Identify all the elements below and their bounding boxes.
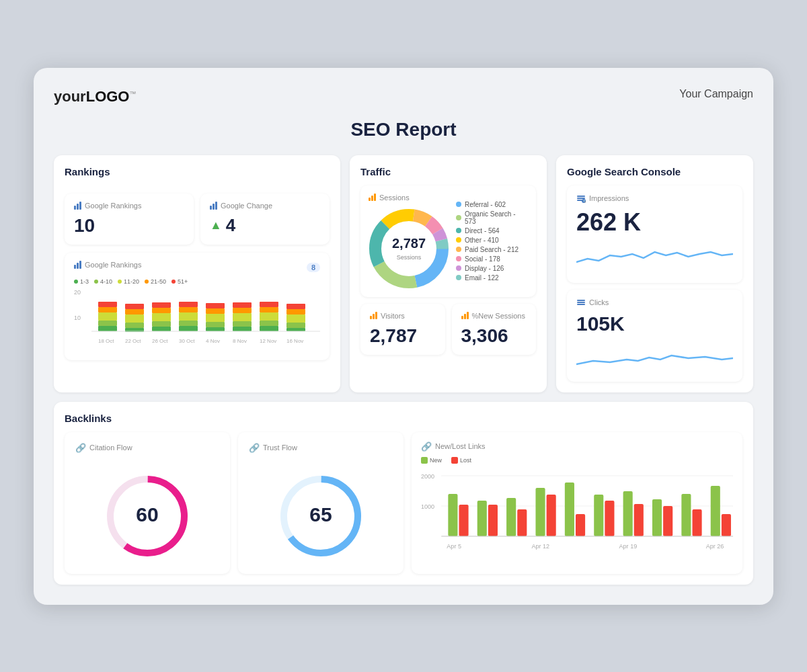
svg-rect-32 xyxy=(260,312,278,321)
bars-icon xyxy=(74,202,81,210)
svg-rect-64 xyxy=(577,302,585,303)
svg-text:4 Nov: 4 Nov xyxy=(206,338,220,344)
svg-rect-10 xyxy=(152,327,171,331)
visitors-label: Visitors xyxy=(370,312,436,320)
svg-rect-78 xyxy=(459,505,468,536)
svg-rect-94 xyxy=(692,509,701,536)
svg-rect-88 xyxy=(605,501,614,536)
clicks-value: 105K xyxy=(576,312,733,335)
svg-rect-19 xyxy=(179,302,198,307)
bars-icon-3 xyxy=(74,261,81,269)
svg-text:1000: 1000 xyxy=(421,503,434,510)
svg-rect-77 xyxy=(448,494,457,536)
svg-rect-79 xyxy=(477,501,487,536)
new-lost-card: 🔗 New/Lost Links New Lost xyxy=(412,432,742,574)
legend-new: New xyxy=(421,457,442,464)
impressions-card: 🔍 Impressions 262 K xyxy=(567,185,742,283)
sessions-label: Sessions xyxy=(369,194,449,202)
svg-rect-13 xyxy=(152,308,171,313)
trust-flow-label: 🔗 Trust Flow xyxy=(249,443,297,453)
arrow-up-icon: ▲ xyxy=(210,218,222,233)
legend-referral: Referral - 602 xyxy=(456,201,528,208)
svg-rect-36 xyxy=(286,323,305,328)
trust-flow-circle: 65 xyxy=(249,469,393,563)
logo-tm: ™ xyxy=(129,89,136,97)
traffic-title: Traffic xyxy=(360,166,536,177)
svg-rect-3 xyxy=(98,307,117,312)
svg-rect-34 xyxy=(260,302,278,307)
legend-paid: Paid Search - 212 xyxy=(456,246,528,253)
google-change-label: Google Change xyxy=(210,202,320,210)
clicks-sparkline xyxy=(576,341,733,371)
sessions-card: Sessions xyxy=(360,185,536,297)
google-rankings-card: Google Rankings 10 xyxy=(65,194,194,245)
trust-flow-svg: 65 xyxy=(274,469,368,563)
sessions-icon xyxy=(369,194,376,201)
svg-rect-27 xyxy=(233,313,252,321)
svg-rect-7 xyxy=(125,314,144,323)
traffic-bottom: Visitors 2,787 %New Sessions xyxy=(360,304,536,355)
link-icon-citation: 🔗 xyxy=(75,443,86,453)
campaign-label: Your Campaign xyxy=(679,88,753,100)
google-rankings-value: 10 xyxy=(74,215,184,237)
new-sessions-card: %New Sessions 3,306 xyxy=(452,304,537,355)
svg-text:Apr 26: Apr 26 xyxy=(706,543,724,550)
visitors-value: 2,787 xyxy=(370,325,436,347)
logo-bold: LOGO xyxy=(86,88,130,105)
svg-rect-21 xyxy=(206,322,225,327)
svg-text:16 Nov: 16 Nov xyxy=(286,338,303,344)
impressions-icon: 🔍 xyxy=(576,194,586,203)
svg-rect-18 xyxy=(179,307,198,312)
svg-rect-85 xyxy=(565,482,574,536)
svg-rect-29 xyxy=(233,302,252,308)
svg-rect-80 xyxy=(488,505,498,536)
svg-rect-22 xyxy=(206,314,225,322)
legend-4-10: 4-10 xyxy=(94,278,112,285)
legend-display: Display - 126 xyxy=(456,265,528,272)
svg-rect-63 xyxy=(577,300,585,301)
rankings-bar-chart: Google Rankings 8 1-3 4-10 11-20 21-50 5… xyxy=(65,253,330,360)
svg-rect-91 xyxy=(652,499,662,536)
google-change-value: ▲ 4 xyxy=(210,215,320,236)
svg-text:12 Nov: 12 Nov xyxy=(260,338,276,344)
rankings-legend: 1-3 4-10 11-20 21-50 51+ xyxy=(74,278,320,285)
legend-51plus: 51+ xyxy=(171,278,188,285)
svg-rect-26 xyxy=(233,321,252,327)
rankings-section: Rankings Google Rankings 10 xyxy=(54,155,340,392)
svg-rect-4 xyxy=(98,302,117,307)
svg-rect-37 xyxy=(286,314,305,323)
svg-rect-9 xyxy=(125,304,144,309)
svg-rect-25 xyxy=(233,327,252,331)
svg-rect-12 xyxy=(152,313,171,321)
svg-text:60: 60 xyxy=(136,503,158,526)
backlinks-title: Backlinks xyxy=(65,413,742,424)
backlinks-grid: 🔗 Citation Flow 60 🔗 Trust Flow xyxy=(65,432,742,574)
svg-rect-20 xyxy=(206,327,225,331)
gsc-inner: 🔍 Impressions 262 K xyxy=(567,185,742,382)
impressions-label: 🔍 Impressions xyxy=(576,194,733,203)
svg-text:8 Nov: 8 Nov xyxy=(233,338,247,344)
svg-rect-30 xyxy=(260,326,278,331)
rankings-bar-svg: 18 Oct 22 Oct 26 Oct 30 Oct 4 Nov 8 Nov … xyxy=(91,289,320,349)
logo: yourLOGO™ xyxy=(54,88,136,106)
svg-text:Apr 12: Apr 12 xyxy=(531,543,549,550)
legend-other: Other - 410 xyxy=(456,237,528,244)
visitors-icon xyxy=(370,312,377,319)
traffic-section: Traffic Sessions xyxy=(350,155,547,392)
svg-text:🔍: 🔍 xyxy=(583,200,586,203)
page-title: SEO Report xyxy=(54,119,753,140)
svg-rect-39 xyxy=(286,304,305,309)
citation-flow-svg: 60 xyxy=(100,469,194,563)
sessions-legend: Referral - 602 Organic Search - 573 Dire… xyxy=(456,201,528,282)
y-label-20: 20 xyxy=(74,289,81,296)
svg-rect-1 xyxy=(98,321,117,326)
gsc-title: Google Search Console xyxy=(567,166,742,177)
impressions-sparkline xyxy=(576,242,733,272)
citation-flow-card: 🔗 Citation Flow 60 xyxy=(65,432,230,574)
svg-rect-23 xyxy=(206,308,225,314)
chart-header: Google Rankings 8 xyxy=(74,261,320,274)
legend-21-50: 21-50 xyxy=(145,278,166,285)
traffic-inner: Sessions xyxy=(360,185,536,355)
svg-rect-58 xyxy=(577,196,585,197)
svg-rect-2 xyxy=(98,312,117,321)
